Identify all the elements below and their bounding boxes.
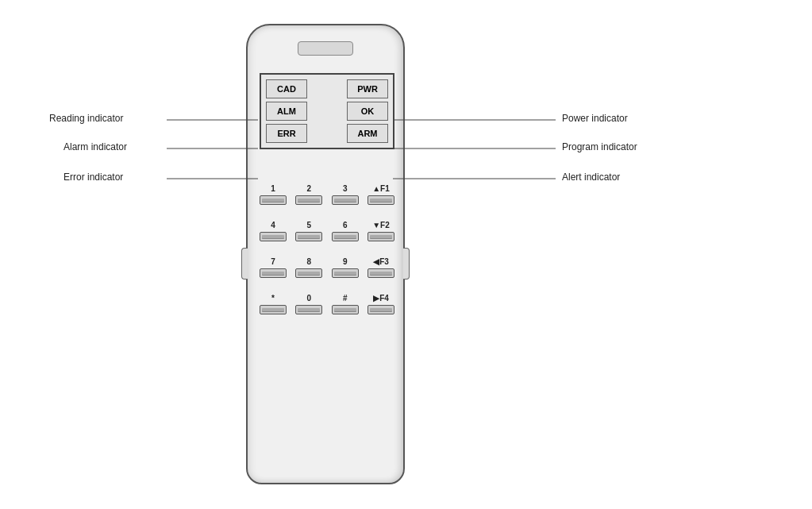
key-0[interactable]: 0 bbox=[295, 294, 322, 314]
diagram-container: CAD PWR ALM OK ERR bbox=[0, 0, 812, 509]
led-row-1: CAD PWR bbox=[266, 79, 388, 98]
program-indicator-label: Program indicator bbox=[562, 141, 637, 152]
key-8[interactable]: 8 bbox=[295, 257, 322, 278]
side-bump-left bbox=[241, 248, 248, 280]
alert-indicator-label: Alert indicator bbox=[562, 172, 620, 183]
error-indicator-label: Error indicator bbox=[63, 172, 123, 183]
device-body: CAD PWR ALM OK ERR bbox=[246, 24, 405, 484]
key-row-2: 4 5 6 ▼F2 bbox=[260, 221, 394, 241]
alm-indicator: ALM bbox=[266, 102, 307, 121]
err-indicator: ERR bbox=[266, 124, 307, 143]
reading-indicator-label: Reading indicator bbox=[49, 113, 123, 124]
key-9[interactable]: 9 bbox=[332, 257, 359, 278]
key-2[interactable]: 2 bbox=[295, 184, 322, 205]
alarm-indicator-label: Alarm indicator bbox=[63, 141, 127, 152]
key-4[interactable]: 4 bbox=[260, 221, 287, 241]
key-row-3: 7 8 9 ◀F3 bbox=[260, 257, 394, 278]
top-slot bbox=[298, 41, 353, 56]
key-5[interactable]: 5 bbox=[295, 221, 322, 241]
led-row-2: ALM OK bbox=[266, 102, 388, 121]
key-f4[interactable]: ▶F4 bbox=[368, 294, 394, 314]
key-star[interactable]: * bbox=[260, 294, 287, 314]
key-1[interactable]: 1 bbox=[260, 184, 287, 205]
key-f2[interactable]: ▼F2 bbox=[368, 221, 394, 241]
key-f3[interactable]: ◀F3 bbox=[368, 257, 394, 278]
key-3[interactable]: 3 bbox=[332, 184, 359, 205]
power-indicator-label: Power indicator bbox=[562, 113, 628, 124]
key-f1[interactable]: ▲F1 bbox=[368, 184, 394, 205]
arm-indicator: ARM bbox=[347, 124, 388, 143]
side-bump-right bbox=[403, 248, 410, 280]
led-panel: CAD PWR ALM OK ERR bbox=[260, 73, 394, 149]
pwr-indicator: PWR bbox=[347, 79, 388, 98]
ok-indicator: OK bbox=[347, 102, 388, 121]
key-row-1: 1 2 3 ▲F1 bbox=[260, 184, 394, 205]
led-row-3: ERR ARM bbox=[266, 124, 388, 143]
keypad: 1 2 3 ▲F1 4 bbox=[260, 184, 394, 330]
key-row-4: * 0 # ▶F4 bbox=[260, 294, 394, 314]
key-7[interactable]: 7 bbox=[260, 257, 287, 278]
key-hash[interactable]: # bbox=[332, 294, 359, 314]
key-6[interactable]: 6 bbox=[332, 221, 359, 241]
cad-indicator: CAD bbox=[266, 79, 307, 98]
